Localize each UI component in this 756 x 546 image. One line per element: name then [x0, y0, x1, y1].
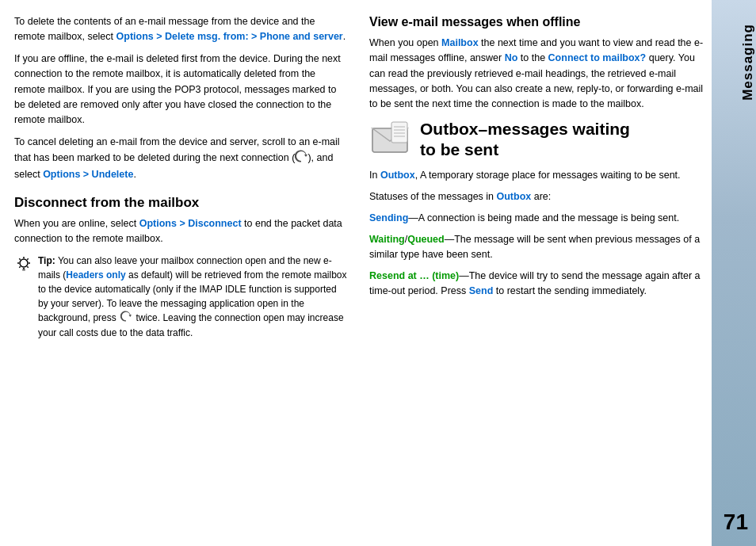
sidebar-label: Messaging — [734, 24, 756, 101]
svg-line-5 — [19, 258, 20, 259]
right-column: View e-mail messages when offline When y… — [363, 14, 712, 532]
svg-rect-13 — [391, 122, 407, 143]
status-resend: Resend at … (time)—The device will try t… — [369, 269, 704, 300]
main-content: To delete the contents of an e-mail mess… — [0, 0, 712, 546]
outbox-para1: In Outbox, A temporary storage place for… — [369, 168, 704, 183]
svg-rect-9 — [22, 269, 25, 271]
status-waiting: Waiting/Queued—The message will be sent … — [369, 232, 704, 263]
sidebar-page-number: 71 — [724, 510, 756, 538]
outbox-heading-text: Outbox–messages waiting to be sent — [420, 119, 630, 158]
tip-text-block: Tip: You can also leave your mailbox con… — [38, 254, 347, 340]
svg-line-8 — [27, 258, 28, 259]
delete-para1: To delete the contents of an e-mail mess… — [14, 14, 347, 45]
refresh-icon-inline — [120, 311, 132, 326]
waiting-label: Waiting — [369, 234, 405, 245]
tip-icon — [14, 255, 33, 279]
connect-mailbox-link[interactable]: Connect to mailbox? — [548, 52, 647, 63]
svg-line-6 — [27, 266, 28, 267]
delete-link[interactable]: Options > Delete msg. from: > Phone and … — [116, 31, 343, 42]
tip-box: Tip: You can also leave your mailbox con… — [14, 254, 347, 340]
outbox-icon — [369, 119, 410, 160]
sidebar: Messaging 71 — [712, 0, 756, 546]
delete-para2: If you are offline, the e-mail is delete… — [14, 52, 347, 128]
no-link[interactable]: No — [505, 52, 518, 63]
send-link[interactable]: Send — [469, 285, 494, 296]
disconnect-heading: Disconnect from the mailbox — [14, 194, 347, 212]
view-offline-para: When you open Mailbox the next time and … — [369, 36, 704, 113]
mailbox-link-1[interactable]: Mailbox — [441, 37, 479, 48]
outbox-link-2[interactable]: Outbox — [497, 191, 532, 202]
sending-label: Sending — [369, 212, 408, 223]
headers-only-link[interactable]: Headers only — [66, 269, 125, 281]
disconnect-para: When you are online, select Options > Di… — [14, 216, 347, 247]
svg-line-7 — [19, 266, 20, 267]
svg-point-0 — [20, 259, 28, 267]
status-sending: Sending—A connection is being made and t… — [369, 211, 704, 226]
left-column: To delete the contents of an e-mail mess… — [14, 14, 363, 532]
outbox-para2: Statuses of the messages in Outbox are: — [369, 189, 704, 204]
sync-icon-inline — [295, 150, 307, 167]
undelete-link[interactable]: Options > Undelete — [43, 169, 133, 180]
delete-para3: To cancel deleting an e-mail from the de… — [14, 135, 347, 183]
outbox-heading-box: Outbox–messages waiting to be sent — [369, 119, 704, 160]
resend-label: Resend at … (time) — [369, 270, 459, 281]
disconnect-link[interactable]: Options > Disconnect — [139, 218, 242, 229]
outbox-link-1[interactable]: Outbox — [380, 170, 415, 181]
queued-label: Queued — [407, 234, 445, 245]
view-offline-heading: View e-mail messages when offline — [369, 14, 704, 31]
